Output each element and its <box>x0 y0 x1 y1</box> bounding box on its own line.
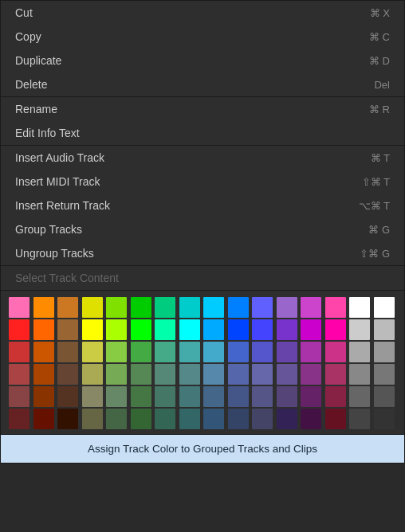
color-swatch-3-11[interactable] <box>277 364 297 385</box>
color-swatch-3-10[interactable] <box>252 364 273 385</box>
menu-item-edit-info[interactable]: Edit Info Text <box>1 121 404 145</box>
color-swatch-0-6[interactable] <box>155 297 175 318</box>
color-swatch-3-15[interactable] <box>374 364 395 385</box>
menu-item-insert-audio[interactable]: Insert Audio Track ⌘ T <box>1 146 404 170</box>
color-swatch-5-5[interactable] <box>131 409 151 429</box>
color-swatch-3-6[interactable] <box>155 364 175 385</box>
color-swatch-2-0[interactable] <box>9 342 29 362</box>
color-swatch-2-14[interactable] <box>349 342 370 362</box>
color-swatch-4-11[interactable] <box>277 386 297 407</box>
menu-item-rename[interactable]: Rename ⌘ R <box>1 97 404 121</box>
color-swatch-3-13[interactable] <box>325 364 346 385</box>
color-swatch-2-9[interactable] <box>228 342 249 362</box>
color-swatch-5-3[interactable] <box>82 409 103 429</box>
color-swatch-5-6[interactable] <box>155 409 175 429</box>
color-swatch-3-14[interactable] <box>349 364 370 385</box>
color-swatch-1-15[interactable] <box>374 319 395 340</box>
color-swatch-4-5[interactable] <box>131 386 151 407</box>
color-swatch-1-8[interactable] <box>203 319 224 340</box>
color-swatch-5-4[interactable] <box>106 409 127 429</box>
color-swatch-4-7[interactable] <box>179 386 200 407</box>
color-swatch-4-1[interactable] <box>33 386 54 407</box>
color-swatch-1-11[interactable] <box>277 319 297 340</box>
color-swatch-5-2[interactable] <box>57 409 78 429</box>
color-swatch-1-10[interactable] <box>252 319 273 340</box>
color-swatch-3-4[interactable] <box>106 364 127 385</box>
color-swatch-4-2[interactable] <box>57 386 78 407</box>
color-swatch-3-3[interactable] <box>82 364 103 385</box>
color-swatch-0-4[interactable] <box>106 297 127 318</box>
color-swatch-4-12[interactable] <box>301 386 321 407</box>
color-swatch-2-12[interactable] <box>301 342 321 362</box>
color-swatch-5-8[interactable] <box>203 409 224 429</box>
menu-item-delete[interactable]: Delete Del <box>1 72 404 96</box>
color-swatch-2-11[interactable] <box>277 342 297 362</box>
color-swatch-1-2[interactable] <box>57 319 78 340</box>
assign-bar[interactable]: Assign Track Color to Grouped Tracks and… <box>1 435 404 463</box>
color-swatch-2-7[interactable] <box>179 342 200 362</box>
color-swatch-0-0[interactable] <box>9 297 29 318</box>
color-swatch-2-2[interactable] <box>57 342 78 362</box>
color-swatch-1-0[interactable] <box>9 319 29 340</box>
color-swatch-0-8[interactable] <box>203 297 224 318</box>
menu-item-copy[interactable]: Copy ⌘ C <box>1 25 404 49</box>
color-swatch-3-8[interactable] <box>203 364 224 385</box>
color-swatch-4-14[interactable] <box>349 386 370 407</box>
color-swatch-3-0[interactable] <box>9 364 29 385</box>
color-swatch-3-1[interactable] <box>33 364 54 385</box>
color-swatch-1-14[interactable] <box>349 319 370 340</box>
color-swatch-3-5[interactable] <box>131 364 151 385</box>
color-swatch-4-13[interactable] <box>325 386 346 407</box>
color-swatch-1-12[interactable] <box>301 319 321 340</box>
color-swatch-1-4[interactable] <box>106 319 127 340</box>
color-swatch-5-13[interactable] <box>325 409 346 429</box>
color-swatch-3-7[interactable] <box>179 364 200 385</box>
color-swatch-3-9[interactable] <box>228 364 249 385</box>
menu-item-duplicate[interactable]: Duplicate ⌘ D <box>1 49 404 72</box>
color-swatch-4-3[interactable] <box>82 386 103 407</box>
color-swatch-1-13[interactable] <box>325 319 346 340</box>
color-swatch-2-5[interactable] <box>131 342 151 362</box>
color-swatch-2-10[interactable] <box>252 342 273 362</box>
color-swatch-1-9[interactable] <box>228 319 249 340</box>
color-swatch-1-1[interactable] <box>33 319 54 340</box>
color-swatch-5-1[interactable] <box>33 409 54 429</box>
color-swatch-4-15[interactable] <box>374 386 395 407</box>
color-swatch-2-1[interactable] <box>33 342 54 362</box>
color-swatch-5-15[interactable] <box>374 409 395 429</box>
color-swatch-2-4[interactable] <box>106 342 127 362</box>
color-swatch-2-13[interactable] <box>325 342 346 362</box>
color-swatch-5-11[interactable] <box>277 409 297 429</box>
color-swatch-2-15[interactable] <box>374 342 395 362</box>
color-swatch-4-6[interactable] <box>155 386 175 407</box>
color-swatch-0-15[interactable] <box>374 297 395 318</box>
color-swatch-0-5[interactable] <box>131 297 151 318</box>
color-swatch-2-8[interactable] <box>203 342 224 362</box>
color-swatch-0-14[interactable] <box>349 297 370 318</box>
color-swatch-1-7[interactable] <box>179 319 200 340</box>
color-swatch-5-0[interactable] <box>9 409 29 429</box>
color-swatch-0-12[interactable] <box>301 297 321 318</box>
color-swatch-2-6[interactable] <box>155 342 175 362</box>
color-swatch-4-9[interactable] <box>228 386 249 407</box>
color-swatch-1-3[interactable] <box>82 319 103 340</box>
color-swatch-0-7[interactable] <box>179 297 200 318</box>
color-swatch-4-0[interactable] <box>9 386 29 407</box>
color-swatch-0-13[interactable] <box>325 297 346 318</box>
color-swatch-1-5[interactable] <box>131 319 151 340</box>
menu-item-insert-midi[interactable]: Insert MIDI Track ⇧⌘ T <box>1 170 404 194</box>
color-swatch-3-12[interactable] <box>301 364 321 385</box>
menu-item-insert-return[interactable]: Insert Return Track ⌥⌘ T <box>1 194 404 217</box>
color-swatch-4-4[interactable] <box>106 386 127 407</box>
menu-item-cut[interactable]: Cut ⌘ X <box>1 1 404 25</box>
color-swatch-0-9[interactable] <box>228 297 249 318</box>
color-swatch-4-8[interactable] <box>203 386 224 407</box>
color-swatch-5-9[interactable] <box>228 409 249 429</box>
color-swatch-4-10[interactable] <box>252 386 273 407</box>
menu-item-ungroup-tracks[interactable]: Ungroup Tracks ⇧⌘ G <box>1 241 404 265</box>
color-swatch-3-2[interactable] <box>57 364 78 385</box>
color-swatch-0-11[interactable] <box>277 297 297 318</box>
color-swatch-5-12[interactable] <box>301 409 321 429</box>
color-swatch-5-10[interactable] <box>252 409 273 429</box>
color-swatch-0-3[interactable] <box>82 297 103 318</box>
